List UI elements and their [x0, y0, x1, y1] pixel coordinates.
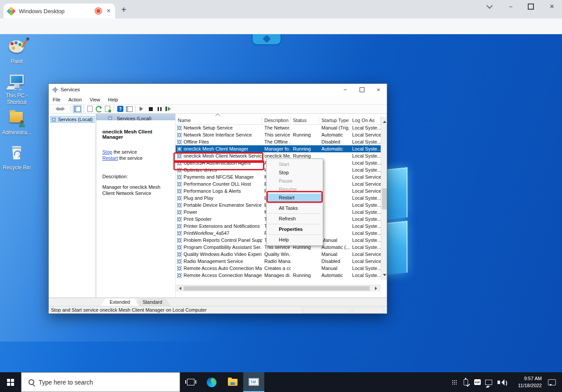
- service-row[interactable]: Remote Access Connection ManagerManages …: [176, 272, 381, 279]
- service-startup: Automatic: [319, 131, 350, 138]
- scroll-down-icon[interactable]: [383, 274, 386, 278]
- new-tab-button[interactable]: +: [121, 5, 126, 14]
- restart-service-link[interactable]: Restart: [102, 155, 118, 161]
- chevron-down-icon: [486, 3, 493, 9]
- horizontal-scroll-thumb[interactable]: [184, 286, 370, 291]
- stop-service-link[interactable]: Stop: [102, 149, 112, 155]
- stop-service-icon[interactable]: [146, 105, 155, 113]
- tab-extended[interactable]: Extended: [101, 298, 139, 306]
- service-row[interactable]: Remote Access Auto Connection Ma...Creat…: [176, 265, 381, 272]
- tree-item-services-local[interactable]: Services (Local): [50, 116, 95, 123]
- show-tree-icon[interactable]: [73, 105, 82, 113]
- service-gear-icon: [177, 224, 182, 229]
- taskbar-clock[interactable]: 9:57 AM 11/18/2022: [510, 375, 542, 389]
- taskbar-search-input[interactable]: Type here to search: [21, 372, 180, 392]
- service-gear-icon: [177, 126, 182, 130]
- browser-close-button[interactable]: ×: [543, 1, 561, 12]
- service-status: [291, 265, 319, 272]
- service-row[interactable]: oneclick Mesh Client ManagerManager fo..…: [176, 145, 381, 152]
- mmc-toolbar: ?: [49, 104, 387, 114]
- usb-tray-button[interactable]: [460, 372, 472, 392]
- scroll-up-icon[interactable]: [383, 119, 386, 123]
- service-row[interactable]: Radio Management ServiceRadio Mana...Dis…: [176, 258, 381, 265]
- service-logon: Local Syste...: [350, 124, 381, 131]
- edge-button[interactable]: [201, 372, 222, 392]
- column-header-status[interactable]: Status: [291, 117, 319, 124]
- extended-info-pane: oneclick Mesh Client Manager Stop the se…: [96, 123, 175, 297]
- horizontal-scrollbar[interactable]: [176, 285, 381, 291]
- scroll-right-icon[interactable]: [375, 287, 379, 290]
- column-header-name[interactable]: Name: [176, 117, 262, 124]
- service-gear-icon: [177, 259, 182, 264]
- forward-icon[interactable]: [60, 105, 69, 113]
- network-tray-button[interactable]: [483, 372, 494, 392]
- column-header-description[interactable]: Description: [262, 117, 291, 124]
- service-gear-icon: [177, 147, 182, 151]
- export-icon[interactable]: [86, 105, 94, 113]
- service-startup: [319, 180, 350, 187]
- menu-view[interactable]: View: [86, 97, 104, 102]
- service-row[interactable]: Network Store Interface ServiceThis serv…: [176, 131, 381, 138]
- menu-help[interactable]: Help: [104, 97, 122, 102]
- context-menu-start: Start: [267, 160, 323, 169]
- service-status: Running: [291, 145, 319, 152]
- context-menu-help[interactable]: Help: [267, 236, 323, 244]
- context-menu-properties[interactable]: Properties: [267, 225, 323, 234]
- scroll-left-icon[interactable]: [177, 287, 181, 290]
- status-text: Stop and Start service oneclick Mesh Cli…: [51, 307, 207, 313]
- desktop-icon-this-pc[interactable]: This PC - Shortcut: [0, 73, 33, 106]
- tab-close-icon[interactable]: ×: [107, 7, 111, 14]
- browser-minimize-button[interactable]: −: [502, 1, 519, 12]
- service-description: Manages di...: [262, 272, 291, 279]
- pause-service-icon[interactable]: [155, 105, 164, 113]
- service-startup: [319, 201, 350, 209]
- context-menu-refresh[interactable]: Refresh: [267, 215, 323, 223]
- menu-file[interactable]: File: [49, 97, 65, 102]
- column-header-startup-type[interactable]: Startup Type: [319, 117, 350, 124]
- admin-folder-icon: [7, 110, 26, 127]
- desktop-icon-administrator[interactable]: Administra...: [0, 110, 33, 136]
- browser-toolbar: ← → oneclick.services ★ ⋮: [0, 18, 562, 34]
- hidden-icons-grid-icon: [452, 380, 457, 385]
- desktop-icon-paint[interactable]: Paint: [0, 39, 33, 65]
- refresh-icon[interactable]: [94, 105, 103, 113]
- active-app-button[interactable]: [243, 372, 264, 392]
- restart-service-icon[interactable]: [164, 105, 173, 113]
- browser-maximize-button[interactable]: [522, 1, 540, 12]
- desktop-icon-recycle-bin[interactable]: Recycle Bin: [0, 145, 33, 171]
- service-description: The Offline ...: [262, 138, 291, 145]
- window-maximize-button[interactable]: [353, 84, 370, 95]
- volume-tray-button[interactable]: [494, 372, 506, 392]
- action-center-icon[interactable]: [548, 379, 556, 385]
- column-header-log-on-as[interactable]: Log On As: [350, 117, 381, 124]
- tab-standard[interactable]: Standard: [134, 298, 171, 306]
- menu-action[interactable]: Action: [65, 97, 86, 102]
- service-row[interactable]: Quality Windows Audio Video Experi...Qua…: [176, 251, 381, 258]
- help-icon[interactable]: ?: [116, 105, 125, 113]
- service-row[interactable]: Offline FilesThe Offline ...DisabledLoca…: [176, 138, 381, 145]
- start-service-icon[interactable]: [137, 105, 146, 113]
- service-gear-icon: [177, 175, 182, 180]
- start-button[interactable]: [0, 372, 21, 392]
- file-explorer-button[interactable]: [222, 372, 243, 392]
- tab-search-button[interactable]: [481, 1, 498, 12]
- service-gear-icon: [177, 140, 182, 144]
- services-titlebar[interactable]: Services − ×: [49, 84, 387, 95]
- window-close-button[interactable]: ×: [370, 84, 387, 95]
- task-view-button[interactable]: [180, 372, 201, 392]
- browser-tab[interactable]: Windows Desktop ×: [4, 4, 115, 18]
- back-icon[interactable]: [51, 105, 60, 113]
- app-tray-button[interactable]: vv/: [472, 372, 483, 392]
- remote-toolbar-handle[interactable]: [252, 34, 281, 45]
- window-icon[interactable]: [125, 105, 133, 113]
- hidden-icons-button[interactable]: [449, 372, 460, 392]
- context-menu-all-tasks[interactable]: All Tasks: [267, 204, 323, 212]
- service-startup: Manual (Trig...: [319, 124, 350, 131]
- vertical-scrollbar[interactable]: [381, 117, 387, 280]
- context-menu-stop[interactable]: Stop: [267, 169, 323, 177]
- service-row[interactable]: Network Setup ServiceThe Networ...Manual…: [176, 124, 381, 131]
- service-description: The Networ...: [262, 124, 291, 131]
- window-minimize-button[interactable]: −: [337, 84, 353, 95]
- vertical-scroll-thumb[interactable]: [382, 188, 387, 209]
- export-list-icon[interactable]: [103, 105, 112, 113]
